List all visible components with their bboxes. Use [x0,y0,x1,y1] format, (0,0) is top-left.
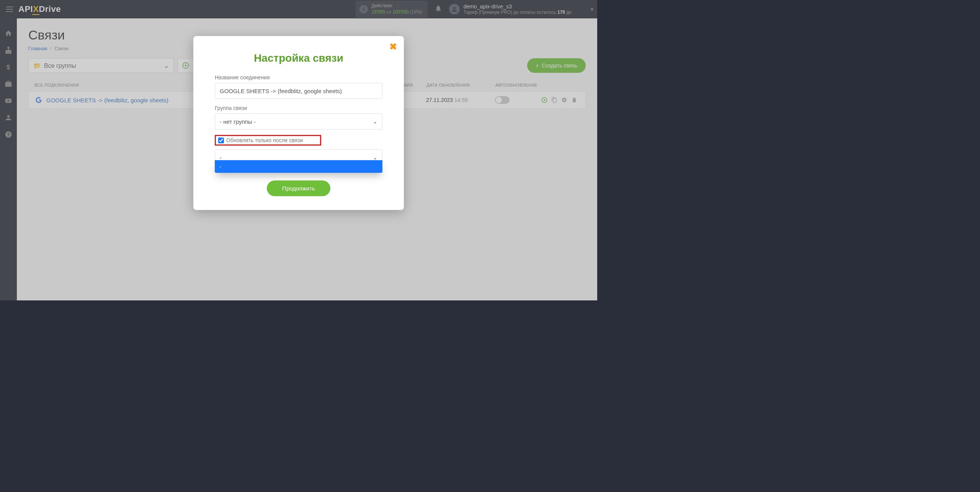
update-after-label: Обновлять только после связи [226,137,303,143]
chevron-down-icon: ⌄ [373,118,377,125]
modal-overlay[interactable]: ✖ Настройка связи Название соединения Гр… [0,0,597,300]
group-label: Группа связи [215,105,382,111]
update-after-checkbox-row: Обновлять только после связи [215,135,321,146]
update-after-checkbox[interactable] [218,138,224,143]
name-label: Название соединения [215,74,382,80]
continue-button[interactable]: Продолжить [267,180,330,196]
close-icon[interactable]: ✖ [389,41,397,52]
chevron-down-icon: ⌄ [373,154,377,161]
connection-name-input[interactable] [215,83,382,99]
group-select[interactable]: - нет группы - ⌄ [215,113,382,130]
dropdown-option-selected[interactable]: - [215,160,382,173]
connection-settings-modal: ✖ Настройка связи Название соединения Гр… [193,36,404,210]
modal-title: Настройка связи [215,52,382,64]
